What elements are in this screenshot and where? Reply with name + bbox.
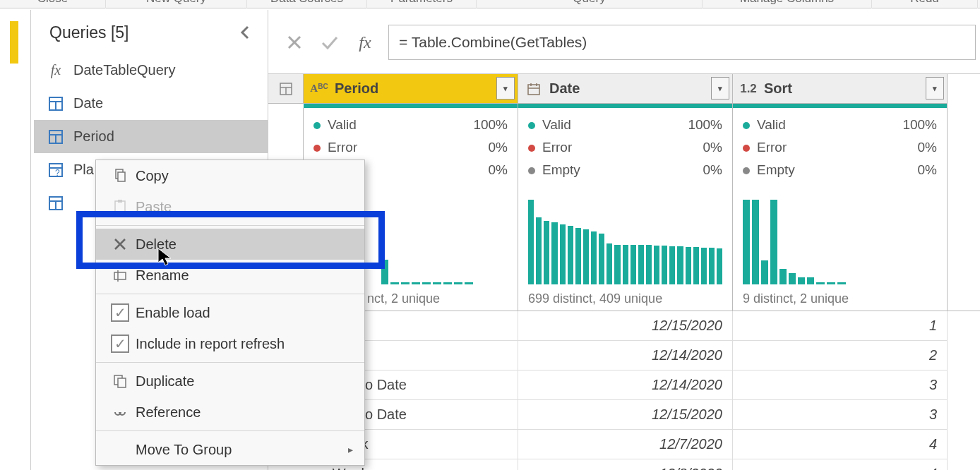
column-name: Date xyxy=(549,80,580,97)
fx-icon[interactable]: fx xyxy=(347,25,383,60)
ribbon-group-close[interactable]: Close xyxy=(0,0,106,8)
reference-icon xyxy=(104,406,136,418)
cell-sort[interactable]: 3 xyxy=(733,400,948,430)
left-collapse-bar[interactable] xyxy=(10,10,31,470)
ribbon: Close New Query Data Sources Parameters … xyxy=(0,0,980,8)
menu-reference[interactable]: Reference xyxy=(96,397,364,428)
cell-date[interactable]: 12/14/2020 xyxy=(518,370,733,400)
menu-rename[interactable]: Rename xyxy=(96,260,364,291)
menu-separator xyxy=(96,294,364,294)
menu-label: Enable load xyxy=(136,305,210,321)
table-row[interactable]: t Week to Date12/15/20203 xyxy=(268,400,980,430)
cell-sort[interactable]: 2 xyxy=(733,341,948,370)
commit-formula-icon[interactable] xyxy=(312,25,347,60)
cell-date[interactable]: 12/14/2020 xyxy=(518,341,733,370)
cancel-formula-icon[interactable] xyxy=(277,25,312,60)
table-icon xyxy=(48,96,64,112)
table-row[interactable]: us Week12/7/20204 xyxy=(268,430,980,459)
paste-icon xyxy=(104,200,136,214)
table-icon xyxy=(48,195,64,211)
copy-icon xyxy=(104,169,136,183)
query-datetablequery[interactable]: fx DateTableQuery xyxy=(34,54,268,87)
column-header-period[interactable]: ABC Period ▾ xyxy=(304,74,518,104)
column-name: Period xyxy=(335,80,378,97)
column-filter-dropdown-icon[interactable]: ▾ xyxy=(711,77,729,100)
cell-sort[interactable]: 1 xyxy=(733,311,948,341)
column-name: Sort xyxy=(764,80,792,97)
table-icon xyxy=(48,129,64,145)
menu-label: Rename xyxy=(136,267,189,284)
rename-icon xyxy=(104,268,136,282)
main-area: fx = Table.Combine(GetTables) ABC Period… xyxy=(268,10,980,470)
cell-date[interactable]: 12/15/2020 xyxy=(518,311,733,341)
type-text-icon: ABC xyxy=(309,83,329,95)
ribbon-group-parameters[interactable]: Parameters xyxy=(367,0,477,8)
menu-label: Include in report refresh xyxy=(136,336,285,352)
ribbon-group-new-query[interactable]: New Query xyxy=(106,0,247,8)
svg-rect-24 xyxy=(118,200,122,203)
query-period[interactable]: Period xyxy=(34,120,268,153)
table-row[interactable]: us Week12/8/20204 xyxy=(268,459,980,470)
query-label: DateTableQuery xyxy=(73,62,176,78)
cell-sort[interactable]: 3 xyxy=(733,370,948,400)
column-filter-dropdown-icon[interactable]: ▾ xyxy=(926,77,944,100)
formula-input[interactable]: = Table.Combine(GetTables) xyxy=(388,25,976,60)
collapse-queries-icon[interactable] xyxy=(234,23,256,42)
type-date-icon xyxy=(524,83,544,95)
column-filter-dropdown-icon[interactable]: ▾ xyxy=(496,77,515,100)
dot-valid-icon xyxy=(313,122,321,129)
column-header-date[interactable]: Date ▾ xyxy=(518,74,733,104)
dist-chart-sort[interactable]: 9 distinct, 2 unique xyxy=(733,187,948,311)
menu-paste: Paste xyxy=(96,191,364,222)
dot-valid-icon xyxy=(528,122,535,129)
menu-separator xyxy=(96,430,364,431)
cell-sort[interactable]: 4 xyxy=(733,459,948,470)
table-row[interactable]: day12/14/20202 xyxy=(268,341,980,370)
distinct-caption: 9 distinct, 2 unique xyxy=(743,291,937,306)
menu-label: Delete xyxy=(136,236,177,253)
cell-sort[interactable]: 4 xyxy=(733,430,948,459)
distinct-caption: 699 distinct, 409 unique xyxy=(528,291,722,306)
menu-delete[interactable]: Delete xyxy=(96,229,364,260)
menu-copy[interactable]: Copy xyxy=(96,160,364,191)
svg-rect-17 xyxy=(528,85,539,95)
dot-error-icon xyxy=(743,145,750,152)
menu-separator xyxy=(96,225,364,226)
svg-text:?: ? xyxy=(55,168,60,177)
ribbon-group-reduce[interactable]: Redu xyxy=(872,0,978,8)
menu-separator xyxy=(96,362,364,363)
ribbon-group-query[interactable]: Query xyxy=(477,0,703,8)
quality-date: Valid100% Error0% Empty0% xyxy=(518,108,733,187)
cell-date[interactable]: 12/7/2020 xyxy=(518,430,733,459)
svg-rect-22 xyxy=(118,172,125,181)
column-header-sort[interactable]: 1.2 Sort ▾ xyxy=(733,74,948,104)
dot-error-icon xyxy=(528,145,535,152)
query-date[interactable]: Date xyxy=(34,87,268,120)
ribbon-group-manage-columns[interactable]: Manage Columns xyxy=(703,0,872,8)
checkbox-checked-icon: ✓ xyxy=(104,335,136,353)
column-quality: Valid100% Error0% pty0% Valid100% Error0… xyxy=(268,108,980,187)
menu-label: Paste xyxy=(136,199,172,215)
cell-date[interactable]: 12/8/2020 xyxy=(518,459,733,470)
checkbox-checked-icon: ✓ xyxy=(104,303,136,322)
cell-date[interactable]: 12/15/2020 xyxy=(518,400,733,430)
ribbon-group-data-sources[interactable]: Data Sources xyxy=(247,0,367,8)
table-row[interactable]: t Week to Date12/14/20203 xyxy=(268,370,980,400)
queries-title: Queries [5] xyxy=(49,23,129,42)
row-header-corner[interactable] xyxy=(268,74,304,104)
duplicate-icon xyxy=(104,374,136,388)
menu-move-to-group[interactable]: Move To Group xyxy=(96,434,364,465)
dot-empty-icon xyxy=(528,167,535,174)
menu-include-refresh[interactable]: ✓ Include in report refresh xyxy=(96,328,364,359)
type-decimal-icon: 1.2 xyxy=(739,82,758,96)
data-grid: ABC Period ▾ Date ▾ 1.2 Sort ▾ xyxy=(268,73,980,470)
formula-text: = Table.Combine(GetTables) xyxy=(399,34,587,51)
menu-enable-load[interactable]: ✓ Enable load xyxy=(96,297,364,328)
table-row[interactable]: 12/15/20201 xyxy=(268,311,980,341)
dist-chart-date[interactable]: 699 distinct, 409 unique xyxy=(518,187,733,311)
context-menu: Copy Paste Delete Rename ✓ Enable load ✓… xyxy=(95,159,365,466)
dot-empty-icon xyxy=(743,167,750,174)
dot-error-icon xyxy=(313,145,321,152)
menu-duplicate[interactable]: Duplicate xyxy=(96,366,364,397)
query-label: Date xyxy=(73,95,103,112)
